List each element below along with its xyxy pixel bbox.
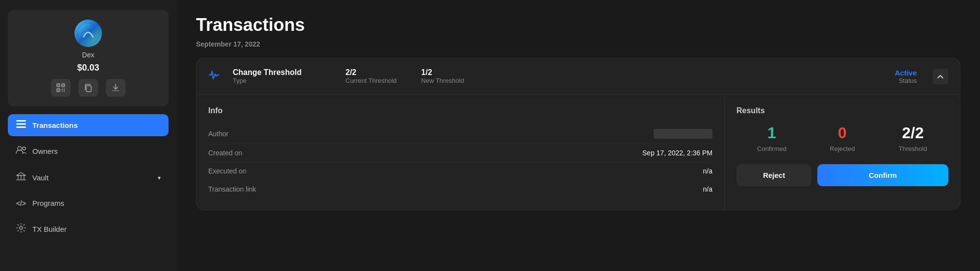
svg-rect-20	[16, 179, 26, 180]
activity-icon	[208, 69, 223, 84]
rejected-stat: 0 Rejected	[807, 124, 878, 152]
info-title: Info	[208, 106, 712, 115]
wallet-card: Dex $0.03	[8, 10, 169, 106]
author-value-blurred	[654, 129, 712, 139]
vault-chevron-icon: ▾	[158, 174, 161, 181]
sidebar-item-transactions[interactable]: Transactions	[8, 114, 169, 136]
new-threshold-label: New Threshold	[421, 77, 464, 84]
transaction-link-row: Transaction link n/a	[208, 180, 712, 198]
svg-rect-7	[62, 89, 63, 90]
threshold-label: Threshold	[899, 145, 927, 152]
transaction-card: Change Threshold Type 2/2 Current Thresh…	[196, 58, 960, 210]
svg-rect-17	[18, 175, 19, 179]
export-icon	[111, 83, 120, 92]
current-threshold-value: 2/2	[345, 68, 397, 77]
new-threshold-block: 1/2 New Threshold	[421, 68, 464, 84]
results-stats: 1 Confirmed 0 Rejected 2/2 Threshold	[736, 124, 948, 152]
list-icon	[16, 120, 26, 128]
info-panel: Info Author Created on Sep 17, 2022, 2:3…	[196, 95, 725, 210]
programs-icon: </>	[16, 199, 26, 207]
transactions-icon	[16, 120, 26, 130]
svg-rect-4	[58, 85, 59, 86]
bank-icon	[16, 172, 26, 181]
svg-rect-18	[21, 175, 22, 179]
transaction-type-label: Type	[233, 77, 321, 84]
status-value: Active	[895, 69, 917, 77]
settings-icon	[16, 223, 26, 233]
confirmed-stat: 1 Confirmed	[736, 124, 807, 152]
status-label: Status	[899, 77, 917, 84]
copy-button[interactable]	[78, 79, 98, 97]
sidebar: Dex $0.03	[0, 0, 176, 271]
executed-on-label: Executed on	[208, 167, 246, 175]
svg-rect-11	[86, 86, 91, 92]
pulse-icon	[208, 69, 220, 81]
page-date: September 17, 2022	[196, 40, 960, 48]
transaction-header: Change Threshold Type 2/2 Current Thresh…	[196, 58, 960, 95]
tx-builder-icon	[16, 223, 26, 235]
svg-rect-14	[16, 126, 26, 128]
results-actions: Reject Confirm	[736, 164, 948, 186]
page-title: Transactions	[196, 15, 960, 35]
sidebar-item-vault[interactable]: Vault ▾	[8, 166, 169, 189]
sidebar-item-tx-builder[interactable]: TX Builder	[8, 217, 169, 241]
transaction-type-name: Change Threshold	[233, 68, 321, 77]
transaction-link-value: n/a	[703, 185, 712, 193]
programs-label: Programs	[32, 199, 64, 207]
transaction-link-label: Transaction link	[208, 185, 256, 193]
export-button[interactable]	[106, 79, 125, 97]
results-title: Results	[736, 106, 948, 115]
results-panel: Results 1 Confirmed 0 Rejected 2/2 Thres…	[725, 95, 960, 210]
owners-label: Owners	[32, 147, 58, 155]
sidebar-item-owners[interactable]: Owners	[8, 140, 169, 162]
svg-rect-9	[62, 91, 63, 92]
chevron-up-icon	[937, 74, 943, 78]
wallet-name: Dex	[82, 51, 95, 59]
wallet-avatar	[74, 20, 102, 47]
vault-icon	[16, 172, 26, 183]
reject-button[interactable]: Reject	[736, 164, 811, 186]
sidebar-item-programs[interactable]: </> Programs	[8, 193, 169, 213]
transaction-body: Info Author Created on Sep 17, 2022, 2:3…	[196, 95, 960, 210]
tx-builder-label: TX Builder	[32, 225, 67, 233]
collapse-button[interactable]	[932, 69, 948, 84]
vault-label: Vault	[32, 173, 49, 182]
copy-icon	[84, 83, 93, 92]
owners-icon	[16, 146, 26, 156]
confirm-button[interactable]: Confirm	[817, 164, 948, 186]
transaction-type-block: Change Threshold Type	[233, 68, 321, 84]
wallet-avatar-icon	[78, 24, 98, 43]
svg-rect-12	[16, 120, 26, 122]
svg-rect-8	[64, 89, 65, 90]
executed-on-row: Executed on n/a	[208, 162, 712, 180]
transactions-label: Transactions	[32, 121, 78, 129]
qr-button[interactable]	[51, 79, 71, 97]
current-threshold-block: 2/2 Current Threshold	[345, 68, 397, 84]
threshold-value: 2/2	[902, 124, 924, 142]
created-on-label: Created on	[208, 149, 242, 157]
new-threshold-value: 1/2	[421, 68, 464, 77]
confirmed-count: 1	[767, 124, 776, 142]
author-row: Author	[208, 124, 712, 144]
svg-rect-13	[16, 123, 26, 125]
author-label: Author	[208, 130, 228, 138]
svg-rect-19	[24, 175, 24, 179]
created-on-row: Created on Sep 17, 2022, 2:36 PM	[208, 144, 712, 162]
qr-icon	[56, 83, 65, 92]
svg-point-21	[20, 226, 23, 229]
wallet-balance: $0.03	[77, 63, 99, 73]
rejected-count: 0	[838, 124, 847, 142]
svg-rect-5	[63, 85, 64, 86]
svg-point-0	[78, 24, 98, 43]
status-block: Active Status	[895, 69, 917, 84]
wallet-actions	[51, 79, 125, 97]
svg-point-16	[23, 147, 25, 150]
people-icon	[16, 146, 26, 154]
current-threshold-label: Current Threshold	[345, 77, 397, 84]
rejected-label: Rejected	[830, 145, 855, 152]
svg-rect-10	[64, 91, 65, 92]
main-content: Transactions September 17, 2022 Change T…	[176, 0, 980, 271]
confirmed-label: Confirmed	[757, 145, 786, 152]
svg-rect-6	[58, 90, 59, 91]
threshold-stat: 2/2 Threshold	[878, 124, 948, 152]
